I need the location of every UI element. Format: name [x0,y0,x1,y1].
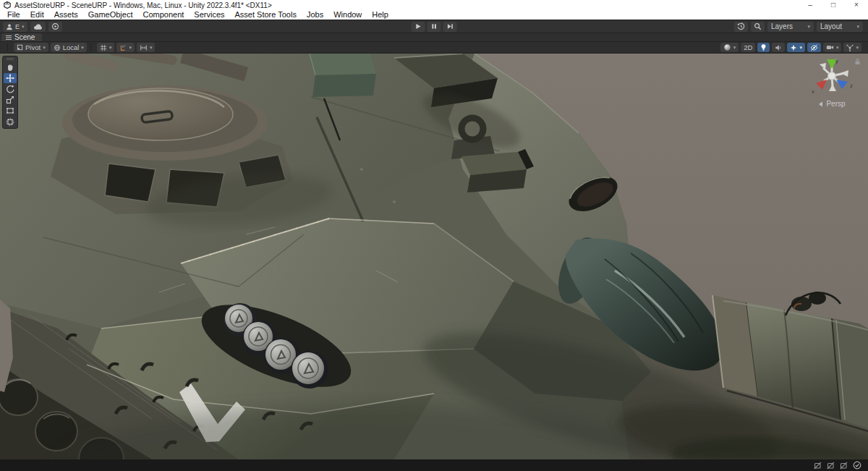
audio-icon [775,44,782,51]
scene-view-toolbar: Pivot ▾ Local ▾ ▾ ▾ [0,42,868,54]
gizmo-lock-icon[interactable] [854,58,861,65]
2d-mode-toggle[interactable]: 2D [741,43,755,52]
pause-button[interactable] [427,22,441,32]
local-caret: ▾ [81,45,84,50]
layout-dropdown[interactable]: Layout ▾ [817,22,863,32]
menu-file[interactable]: File [2,10,25,20]
2d-label: 2D [744,43,752,51]
menu-assets[interactable]: Assets [49,10,83,20]
tool-rect[interactable] [4,106,17,116]
gizmos-dropdown[interactable]: ▾ [843,43,861,52]
gizmo-center[interactable] [828,72,836,80]
account-icon [6,23,13,30]
scene-visibility-toggle[interactable] [807,43,821,52]
local-dropdown[interactable]: Local ▾ [51,43,87,52]
audio-toggle[interactable] [772,43,785,52]
gizmo-axis-z[interactable] [836,80,848,89]
history-icon [737,22,745,30]
grid-visibility-dropdown[interactable]: ▾ [97,43,115,52]
pivot-label: Pivot [25,43,41,51]
services-button[interactable] [48,22,62,32]
gizmo-axis-neg[interactable] [841,70,848,77]
local-icon [54,44,61,51]
history-button[interactable] [734,22,748,32]
gizmo-axis-neg[interactable] [829,84,836,91]
menu-gameobject[interactable]: GameObject [83,10,138,20]
gizmo-y-label: y [835,58,838,64]
shading-icon [723,43,731,51]
viewport-canvas[interactable] [0,54,868,459]
layers-label: Layers [771,22,793,30]
tool-view-hand[interactable] [4,62,17,72]
layout-caret: ▾ [856,24,859,29]
account-initial: E [15,23,20,30]
scene-gizmo[interactable]: y x z [807,56,857,96]
window-title: AssetStoreURP - SceneURP - Windows, Mac,… [14,1,272,9]
camera-settings-dropdown[interactable]: ▾ [823,43,842,52]
increment-snap-dropdown[interactable]: ▾ [116,43,135,52]
gizmos-caret: ▾ [856,45,859,50]
increment-snap-icon [119,44,127,51]
gizmo-projection-toggle[interactable]: Persp [801,100,862,108]
status-indicator-icon-1[interactable] [814,462,822,470]
titlebar: AssetStoreURP - SceneURP - Windows, Mac,… [0,0,868,10]
minimize-button[interactable]: – [799,0,822,10]
gizmo-projection-label: Persp [826,100,845,108]
gizmos-icon [846,44,854,51]
tab-scene[interactable]: Scene [1,33,42,41]
tool-move[interactable] [4,73,17,83]
pivot-caret: ▾ [43,45,46,50]
scene-tab-label: Scene [14,33,35,41]
tool-scale[interactable] [4,95,17,105]
scene-viewport[interactable]: y x z Persp [0,54,868,459]
step-icon [447,23,454,30]
scene-gizmo-panel: y x z Persp [801,56,862,108]
tool-transform[interactable] [4,116,17,127]
transform-tool-icon [6,117,14,126]
account-dropdown[interactable]: E ▾ [3,22,27,32]
separator [7,43,8,51]
status-indicator-icon-3[interactable] [840,462,848,470]
move-tool-icon [6,74,14,82]
menu-services[interactable]: Services [189,10,229,20]
activity-check-icon[interactable] [853,461,861,470]
launcher-tube [291,351,328,389]
gizmo-axis-x[interactable] [816,80,827,90]
gizmo-x-label: x [812,88,814,95]
layers-caret: ▾ [807,24,810,29]
maximize-button[interactable]: □ [822,0,845,10]
menu-component[interactable]: Component [137,10,189,20]
unity-editor-window: AssetStoreURP - SceneURP - Windows, Mac,… [0,0,868,471]
account-caret: ▾ [22,24,25,29]
menu-window[interactable]: Window [328,10,367,20]
menu-edit[interactable]: Edit [25,10,49,20]
tool-rotate[interactable] [4,84,17,94]
layers-dropdown[interactable]: Layers ▾ [767,22,814,32]
menu-asset-store-tools[interactable]: Asset Store Tools [230,10,302,20]
pivot-dropdown[interactable]: Pivot ▾ [14,43,48,52]
menu-help[interactable]: Help [367,10,393,20]
menu-jobs[interactable]: Jobs [302,10,328,20]
pivot-icon [17,44,23,51]
scale-tool-icon [6,96,14,104]
effects-dropdown[interactable]: ▾ [787,43,805,52]
search-button[interactable] [751,22,765,32]
lighting-icon [760,43,767,51]
lighting-toggle[interactable] [757,43,770,52]
step-button[interactable] [443,22,457,32]
grid-caret: ▾ [109,45,112,50]
status-indicator-icon-2[interactable] [827,462,835,470]
visibility-icon [810,44,818,51]
tools-overlay [2,56,18,129]
cloud-icon [33,23,43,30]
shading-mode-dropdown[interactable]: ▾ [720,43,739,52]
cloud-button[interactable] [30,22,46,32]
move-snap-dropdown[interactable]: ▾ [137,43,156,52]
stowage-green-box [310,54,376,97]
gizmo-z-label: z [850,82,853,89]
close-button[interactable]: × [845,0,868,10]
local-label: Local [63,43,80,51]
camera-caret: ▾ [836,45,839,50]
play-button[interactable] [412,22,425,32]
tools-overlay-handle[interactable] [4,56,17,61]
